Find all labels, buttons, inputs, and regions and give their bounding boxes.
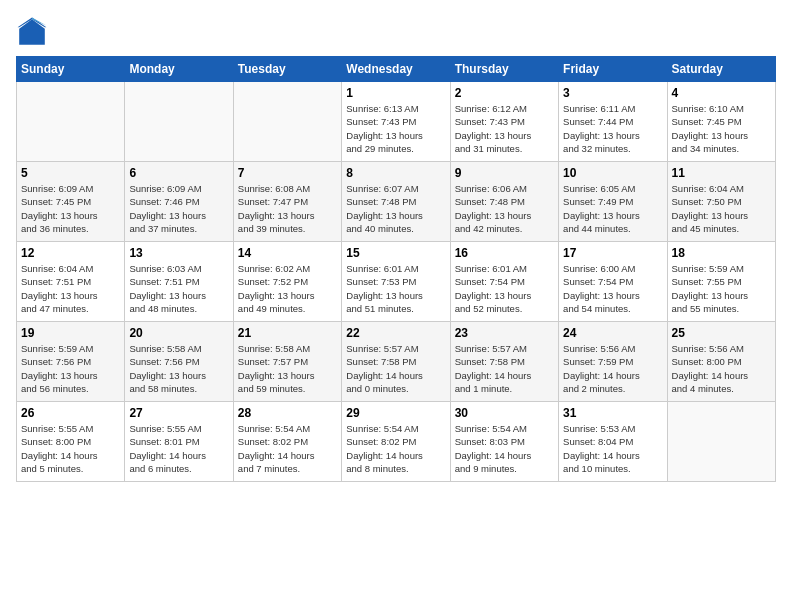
day-cell: 2Sunrise: 6:12 AM Sunset: 7:43 PM Daylig…	[450, 82, 558, 162]
day-cell: 19Sunrise: 5:59 AM Sunset: 7:56 PM Dayli…	[17, 322, 125, 402]
day-info: Sunrise: 6:01 AM Sunset: 7:54 PM Dayligh…	[455, 262, 554, 315]
day-cell	[125, 82, 233, 162]
day-info: Sunrise: 5:54 AM Sunset: 8:03 PM Dayligh…	[455, 422, 554, 475]
page-header	[16, 16, 776, 48]
day-number: 6	[129, 166, 228, 180]
day-number: 13	[129, 246, 228, 260]
calendar-header: SundayMondayTuesdayWednesdayThursdayFrid…	[17, 57, 776, 82]
day-info: Sunrise: 5:55 AM Sunset: 8:00 PM Dayligh…	[21, 422, 120, 475]
week-row-5: 26Sunrise: 5:55 AM Sunset: 8:00 PM Dayli…	[17, 402, 776, 482]
day-cell: 5Sunrise: 6:09 AM Sunset: 7:45 PM Daylig…	[17, 162, 125, 242]
day-number: 30	[455, 406, 554, 420]
day-info: Sunrise: 6:04 AM Sunset: 7:51 PM Dayligh…	[21, 262, 120, 315]
header-cell-tuesday: Tuesday	[233, 57, 341, 82]
day-number: 2	[455, 86, 554, 100]
day-number: 7	[238, 166, 337, 180]
day-cell: 26Sunrise: 5:55 AM Sunset: 8:00 PM Dayli…	[17, 402, 125, 482]
day-number: 3	[563, 86, 662, 100]
day-number: 4	[672, 86, 771, 100]
day-cell: 21Sunrise: 5:58 AM Sunset: 7:57 PM Dayli…	[233, 322, 341, 402]
day-cell: 24Sunrise: 5:56 AM Sunset: 7:59 PM Dayli…	[559, 322, 667, 402]
day-info: Sunrise: 6:07 AM Sunset: 7:48 PM Dayligh…	[346, 182, 445, 235]
day-number: 21	[238, 326, 337, 340]
day-number: 17	[563, 246, 662, 260]
day-info: Sunrise: 6:13 AM Sunset: 7:43 PM Dayligh…	[346, 102, 445, 155]
header-row: SundayMondayTuesdayWednesdayThursdayFrid…	[17, 57, 776, 82]
day-cell: 15Sunrise: 6:01 AM Sunset: 7:53 PM Dayli…	[342, 242, 450, 322]
day-cell: 22Sunrise: 5:57 AM Sunset: 7:58 PM Dayli…	[342, 322, 450, 402]
day-info: Sunrise: 6:12 AM Sunset: 7:43 PM Dayligh…	[455, 102, 554, 155]
day-cell	[17, 82, 125, 162]
day-cell	[667, 402, 775, 482]
day-info: Sunrise: 6:05 AM Sunset: 7:49 PM Dayligh…	[563, 182, 662, 235]
calendar-table: SundayMondayTuesdayWednesdayThursdayFrid…	[16, 56, 776, 482]
day-info: Sunrise: 5:56 AM Sunset: 7:59 PM Dayligh…	[563, 342, 662, 395]
day-number: 9	[455, 166, 554, 180]
day-cell: 6Sunrise: 6:09 AM Sunset: 7:46 PM Daylig…	[125, 162, 233, 242]
day-info: Sunrise: 5:57 AM Sunset: 7:58 PM Dayligh…	[346, 342, 445, 395]
day-cell: 16Sunrise: 6:01 AM Sunset: 7:54 PM Dayli…	[450, 242, 558, 322]
header-cell-wednesday: Wednesday	[342, 57, 450, 82]
week-row-3: 12Sunrise: 6:04 AM Sunset: 7:51 PM Dayli…	[17, 242, 776, 322]
day-number: 14	[238, 246, 337, 260]
day-cell: 23Sunrise: 5:57 AM Sunset: 7:58 PM Dayli…	[450, 322, 558, 402]
day-cell: 29Sunrise: 5:54 AM Sunset: 8:02 PM Dayli…	[342, 402, 450, 482]
day-number: 29	[346, 406, 445, 420]
day-cell: 11Sunrise: 6:04 AM Sunset: 7:50 PM Dayli…	[667, 162, 775, 242]
day-number: 19	[21, 326, 120, 340]
day-number: 20	[129, 326, 228, 340]
day-number: 22	[346, 326, 445, 340]
calendar-body: 1Sunrise: 6:13 AM Sunset: 7:43 PM Daylig…	[17, 82, 776, 482]
day-info: Sunrise: 6:06 AM Sunset: 7:48 PM Dayligh…	[455, 182, 554, 235]
day-cell	[233, 82, 341, 162]
day-info: Sunrise: 5:58 AM Sunset: 7:56 PM Dayligh…	[129, 342, 228, 395]
day-cell: 12Sunrise: 6:04 AM Sunset: 7:51 PM Dayli…	[17, 242, 125, 322]
day-number: 11	[672, 166, 771, 180]
day-info: Sunrise: 5:57 AM Sunset: 7:58 PM Dayligh…	[455, 342, 554, 395]
day-cell: 17Sunrise: 6:00 AM Sunset: 7:54 PM Dayli…	[559, 242, 667, 322]
day-cell: 3Sunrise: 6:11 AM Sunset: 7:44 PM Daylig…	[559, 82, 667, 162]
week-row-4: 19Sunrise: 5:59 AM Sunset: 7:56 PM Dayli…	[17, 322, 776, 402]
day-number: 5	[21, 166, 120, 180]
day-number: 8	[346, 166, 445, 180]
day-info: Sunrise: 6:03 AM Sunset: 7:51 PM Dayligh…	[129, 262, 228, 315]
day-info: Sunrise: 6:04 AM Sunset: 7:50 PM Dayligh…	[672, 182, 771, 235]
day-info: Sunrise: 6:01 AM Sunset: 7:53 PM Dayligh…	[346, 262, 445, 315]
day-number: 15	[346, 246, 445, 260]
day-info: Sunrise: 5:53 AM Sunset: 8:04 PM Dayligh…	[563, 422, 662, 475]
day-info: Sunrise: 5:56 AM Sunset: 8:00 PM Dayligh…	[672, 342, 771, 395]
day-cell: 27Sunrise: 5:55 AM Sunset: 8:01 PM Dayli…	[125, 402, 233, 482]
day-cell: 4Sunrise: 6:10 AM Sunset: 7:45 PM Daylig…	[667, 82, 775, 162]
day-info: Sunrise: 6:09 AM Sunset: 7:46 PM Dayligh…	[129, 182, 228, 235]
day-number: 28	[238, 406, 337, 420]
header-cell-saturday: Saturday	[667, 57, 775, 82]
header-cell-monday: Monday	[125, 57, 233, 82]
day-number: 31	[563, 406, 662, 420]
day-info: Sunrise: 5:55 AM Sunset: 8:01 PM Dayligh…	[129, 422, 228, 475]
day-cell: 20Sunrise: 5:58 AM Sunset: 7:56 PM Dayli…	[125, 322, 233, 402]
day-number: 1	[346, 86, 445, 100]
day-cell: 14Sunrise: 6:02 AM Sunset: 7:52 PM Dayli…	[233, 242, 341, 322]
day-info: Sunrise: 6:00 AM Sunset: 7:54 PM Dayligh…	[563, 262, 662, 315]
day-info: Sunrise: 6:10 AM Sunset: 7:45 PM Dayligh…	[672, 102, 771, 155]
day-cell: 30Sunrise: 5:54 AM Sunset: 8:03 PM Dayli…	[450, 402, 558, 482]
day-info: Sunrise: 6:08 AM Sunset: 7:47 PM Dayligh…	[238, 182, 337, 235]
day-cell: 1Sunrise: 6:13 AM Sunset: 7:43 PM Daylig…	[342, 82, 450, 162]
header-cell-thursday: Thursday	[450, 57, 558, 82]
header-cell-friday: Friday	[559, 57, 667, 82]
day-number: 16	[455, 246, 554, 260]
day-cell: 31Sunrise: 5:53 AM Sunset: 8:04 PM Dayli…	[559, 402, 667, 482]
day-number: 23	[455, 326, 554, 340]
day-number: 26	[21, 406, 120, 420]
day-info: Sunrise: 5:59 AM Sunset: 7:56 PM Dayligh…	[21, 342, 120, 395]
logo-icon	[16, 16, 48, 48]
week-row-2: 5Sunrise: 6:09 AM Sunset: 7:45 PM Daylig…	[17, 162, 776, 242]
day-info: Sunrise: 6:02 AM Sunset: 7:52 PM Dayligh…	[238, 262, 337, 315]
day-number: 25	[672, 326, 771, 340]
header-cell-sunday: Sunday	[17, 57, 125, 82]
day-info: Sunrise: 5:59 AM Sunset: 7:55 PM Dayligh…	[672, 262, 771, 315]
week-row-1: 1Sunrise: 6:13 AM Sunset: 7:43 PM Daylig…	[17, 82, 776, 162]
day-cell: 8Sunrise: 6:07 AM Sunset: 7:48 PM Daylig…	[342, 162, 450, 242]
day-cell: 7Sunrise: 6:08 AM Sunset: 7:47 PM Daylig…	[233, 162, 341, 242]
day-info: Sunrise: 5:54 AM Sunset: 8:02 PM Dayligh…	[238, 422, 337, 475]
